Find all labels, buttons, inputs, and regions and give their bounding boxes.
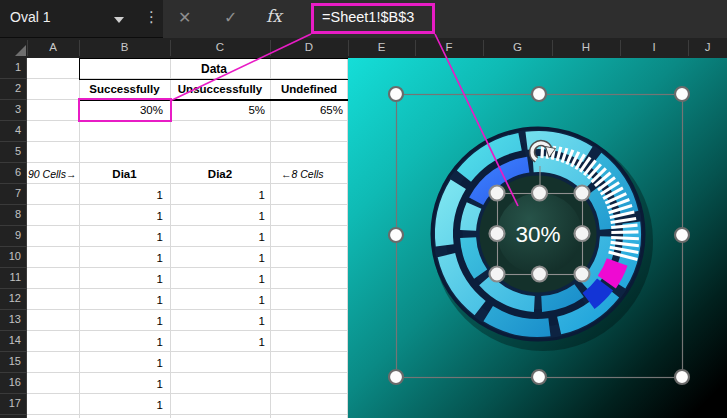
row-header-7[interactable]: 7 <box>1 187 21 199</box>
formula-toolbar: Oval 1 ⋮ ✕ ✓ fx =Sheet1!$B$3 <box>0 0 727 38</box>
cell-d3-value[interactable]: 65% <box>270 100 343 121</box>
cell-dia1-label[interactable]: Dia1 <box>79 164 170 185</box>
cell-dia1-row16[interactable]: 1 <box>79 374 163 395</box>
column-separator <box>552 40 553 56</box>
column-header-c[interactable]: C <box>170 41 270 53</box>
gauge-success-tick <box>547 146 549 159</box>
cell-dia1-row17[interactable]: 1 <box>79 395 163 416</box>
cell-note-90cells[interactable]: 90 Cells→ <box>28 164 80 185</box>
cell-dia1-row10[interactable]: 1 <box>79 248 163 269</box>
row-header-1[interactable]: 1 <box>1 61 21 73</box>
cell-dia2-row11[interactable]: 1 <box>170 269 265 290</box>
cell-c3-value[interactable]: 5% <box>170 100 265 121</box>
gauge-unsuccessful-segment <box>607 262 617 282</box>
column-header-d[interactable]: D <box>270 41 348 53</box>
circular-gauge[interactable]: 30% <box>348 58 727 418</box>
column-header-g[interactable]: G <box>483 41 552 53</box>
gauge-success-tick <box>611 237 639 238</box>
row-header-5[interactable]: 5 <box>1 145 21 157</box>
row-header-17[interactable]: 17 <box>1 397 21 409</box>
select-all-icon[interactable] <box>15 45 26 56</box>
gauge-success-tick <box>542 146 543 158</box>
cell-dia2-row9[interactable]: 1 <box>170 227 265 248</box>
formula-bar-panel <box>163 0 727 38</box>
cell-data-title[interactable]: Data <box>79 59 349 80</box>
row-header-4[interactable]: 4 <box>1 124 21 136</box>
formula-highlight-box: =Sheet1!$B$3 <box>311 3 435 34</box>
column-header-b[interactable]: B <box>79 41 170 53</box>
column-separator <box>170 40 171 56</box>
cell-header-unsuccessfully[interactable]: Unsuccessfully <box>170 79 270 100</box>
row-header-13[interactable]: 13 <box>1 313 21 325</box>
row-header-2[interactable]: 2 <box>1 82 21 94</box>
cell-dia1-row11[interactable]: 1 <box>79 269 163 290</box>
row-header-10[interactable]: 10 <box>1 250 21 262</box>
insert-function-icon[interactable]: fx <box>266 6 282 26</box>
gauge-blue-segment <box>589 285 606 302</box>
row-header-strip: 123456789101112131415161718 <box>0 58 27 418</box>
gauge-center-label: 30% <box>515 222 560 247</box>
name-box-dropdown-icon[interactable] <box>114 17 124 23</box>
column-separator <box>415 40 416 56</box>
cell-dia1-row8[interactable]: 1 <box>79 206 163 227</box>
cell-dia1-row13[interactable]: 1 <box>79 311 163 332</box>
row-header-3[interactable]: 3 <box>1 103 21 115</box>
column-separator <box>270 40 271 56</box>
cell-note-8cells[interactable]: ←8 Cells <box>281 164 347 185</box>
column-header-e[interactable]: E <box>348 41 415 53</box>
toolbar-options-icon[interactable]: ⋮ <box>144 8 159 26</box>
cell-dia1-row12[interactable]: 1 <box>79 290 163 311</box>
column-separator <box>348 40 349 56</box>
row-header-16[interactable]: 16 <box>1 376 21 388</box>
cell-dia2-row10[interactable]: 1 <box>170 248 265 269</box>
cell-dia1-row7[interactable]: 1 <box>79 185 163 206</box>
cell-dia2-label[interactable]: Dia2 <box>170 164 270 185</box>
name-box[interactable]: Oval 1 <box>10 9 50 25</box>
cell-dia2-row13[interactable]: 1 <box>170 311 265 332</box>
row-header-14[interactable]: 14 <box>1 334 21 346</box>
column-header-f[interactable]: F <box>415 41 483 53</box>
cell-header-successfully[interactable]: Successfully <box>79 79 170 100</box>
accept-entry-icon[interactable]: ✓ <box>224 8 237 27</box>
row-header-8[interactable]: 8 <box>1 208 21 220</box>
row-header-15[interactable]: 15 <box>1 355 21 367</box>
column-header-h[interactable]: H <box>552 41 620 53</box>
cancel-entry-icon[interactable]: ✕ <box>178 8 191 27</box>
column-separator <box>27 40 28 56</box>
cell-dia2-row12[interactable]: 1 <box>170 290 265 311</box>
row-header-12[interactable]: 12 <box>1 292 21 304</box>
b3-highlight-box <box>78 98 172 122</box>
column-header-i[interactable]: I <box>620 41 688 53</box>
cell-dia1-row15[interactable]: 1 <box>79 353 163 374</box>
column-header-a[interactable]: A <box>27 41 79 53</box>
gauge-success-tick <box>611 232 638 233</box>
row-header-6[interactable]: 6 <box>1 166 21 178</box>
column-separator <box>483 40 484 56</box>
chart-object[interactable]: 30% <box>348 58 727 418</box>
row-header-9[interactable]: 9 <box>1 229 21 241</box>
column-separator <box>620 40 621 56</box>
cell-dia2-row14[interactable]: 1 <box>170 332 265 353</box>
formula-bar-input[interactable]: =Sheet1!$B$3 <box>322 9 414 25</box>
row-header-11[interactable]: 11 <box>1 271 21 283</box>
cell-dia1-row14[interactable]: 1 <box>79 332 163 353</box>
cell-dia2-row8[interactable]: 1 <box>170 206 265 227</box>
cell-dia1-row9[interactable]: 1 <box>79 227 163 248</box>
column-header-band: ABCDEFGHIJ <box>0 38 727 58</box>
column-separator <box>688 40 689 56</box>
gauge-inner-segment <box>468 206 474 231</box>
column-separator <box>79 40 80 56</box>
excel-window: { "toolbar": { "name_box": "Oval 1", "do… <box>0 0 727 418</box>
column-header-j[interactable]: J <box>688 41 727 53</box>
cell-dia2-row7[interactable]: 1 <box>170 185 265 206</box>
cell-header-undefined[interactable]: Undefined <box>270 79 348 100</box>
